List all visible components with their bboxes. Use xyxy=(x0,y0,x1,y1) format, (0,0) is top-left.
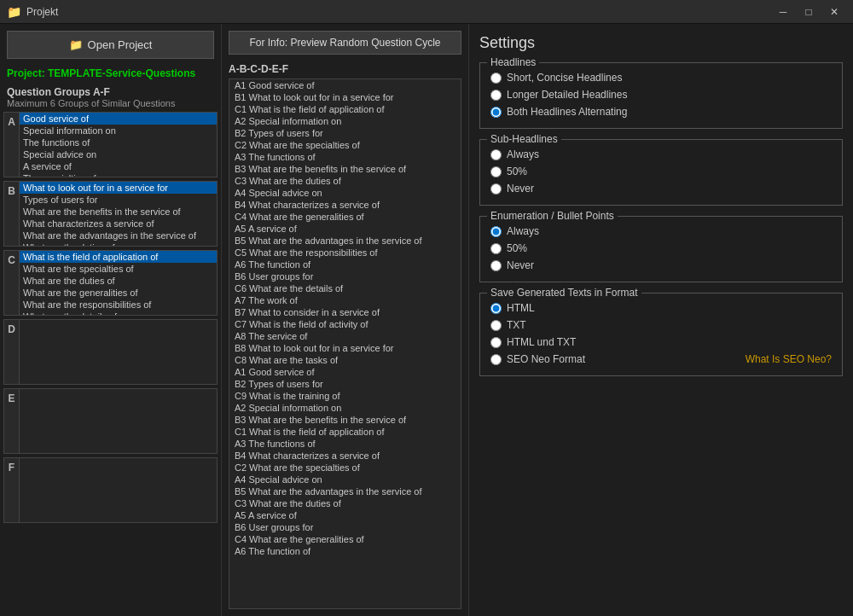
list-item[interactable]: What are the generalities of xyxy=(20,287,217,299)
list-item[interactable]: Good service of xyxy=(20,113,217,125)
radio-option-sf3[interactable]: HTML und TXT xyxy=(490,336,832,348)
list-item[interactable]: The functions of xyxy=(20,137,217,148)
list-item[interactable]: What are the duties of xyxy=(20,275,217,287)
list-item[interactable]: B7 What to consider in a service of xyxy=(229,306,461,318)
list-item[interactable]: A6 The function of xyxy=(229,259,461,270)
list-item[interactable]: C1 What is the field of application of xyxy=(229,103,461,115)
radio-option-sh2[interactable]: 50% xyxy=(490,166,832,177)
radio-option-sf1[interactable]: HTML xyxy=(490,302,832,314)
radio-input-en2[interactable] xyxy=(490,243,502,254)
radio-input-sf4[interactable] xyxy=(490,354,502,365)
radio-option-en1[interactable]: Always xyxy=(490,225,832,237)
group-list-b[interactable]: What to look out for in a service forTyp… xyxy=(20,182,217,246)
radio-input-hl1[interactable] xyxy=(490,73,502,84)
list-item[interactable]: B6 User groups for xyxy=(229,270,461,282)
radio-input-hl2[interactable] xyxy=(490,90,502,101)
group-list-a[interactable]: Good service ofSpecial information onThe… xyxy=(20,113,217,177)
group-list-f[interactable] xyxy=(20,458,217,522)
list-item[interactable]: Types of users for xyxy=(20,194,217,206)
radio-option-hl3[interactable]: Both Headlines Alternating xyxy=(490,106,832,118)
radio-option-sf4[interactable]: SEO Neo FormatWhat Is SEO Neo? xyxy=(490,353,832,365)
list-item[interactable]: A8 The service of xyxy=(229,330,461,342)
radio-option-hl1[interactable]: Short, Concise Headlines xyxy=(490,72,832,84)
list-item[interactable]: C8 What are the tasks of xyxy=(229,354,461,366)
maximize-button[interactable]: □ xyxy=(797,3,821,20)
group-block-c: CWhat is the field of application ofWhat… xyxy=(3,250,218,316)
list-item[interactable]: A4 Special advice on xyxy=(229,187,461,199)
list-item[interactable]: B5 What are the advantages in the servic… xyxy=(229,235,461,247)
list-item[interactable]: What are the details of xyxy=(20,311,217,315)
list-item[interactable]: A2 Special information on xyxy=(229,402,461,414)
list-item[interactable]: B4 What characterizes a service of xyxy=(229,450,461,462)
list-item[interactable]: A3 The functions of xyxy=(229,438,461,450)
list-item[interactable]: A service of xyxy=(20,160,217,172)
preview-button[interactable]: For Info: Preview Random Question Cycle xyxy=(229,31,461,55)
list-item[interactable]: C6 What are the details of xyxy=(229,282,461,294)
list-item[interactable]: Special information on xyxy=(20,125,217,137)
radio-input-sh3[interactable] xyxy=(490,183,502,195)
what-is-seoneo-link[interactable]: What Is SEO Neo? xyxy=(746,353,832,365)
radio-input-sf1[interactable] xyxy=(490,303,502,314)
list-item[interactable]: C3 What are the duties of xyxy=(229,497,461,509)
list-item[interactable]: Special advice on xyxy=(20,148,217,160)
list-item[interactable]: A3 The functions of xyxy=(229,151,461,163)
radio-option-sf2[interactable]: TXT xyxy=(490,319,832,331)
list-item[interactable]: B6 User groups for xyxy=(229,521,461,533)
app-body: 📁 Open Project Project: TEMPLATE-Service… xyxy=(0,24,853,616)
list-item[interactable]: C7 What is the field of activity of xyxy=(229,318,461,330)
list-item[interactable]: C3 What are the duties of xyxy=(229,175,461,187)
list-item[interactable]: A4 Special advice on xyxy=(229,474,461,485)
list-item[interactable]: A2 Special information on xyxy=(229,115,461,127)
list-item[interactable]: B3 What are the benefits in the service … xyxy=(229,163,461,175)
radio-option-en3[interactable]: Never xyxy=(490,259,832,271)
list-item[interactable]: The specialties of xyxy=(20,172,217,177)
list-item[interactable]: B2 Types of users for xyxy=(229,127,461,139)
minimize-button[interactable]: ─ xyxy=(771,3,795,20)
radio-input-sf2[interactable] xyxy=(490,320,502,331)
list-item[interactable]: What to look out for in a service for xyxy=(20,182,217,194)
list-item[interactable]: C2 What are the specialties of xyxy=(229,139,461,151)
list-item[interactable]: What is the field of application of xyxy=(20,251,217,263)
radio-input-en1[interactable] xyxy=(490,226,502,237)
list-item[interactable]: What are the advantages in the service o… xyxy=(20,230,217,241)
list-item[interactable]: C5 What are the responsibilities of xyxy=(229,247,461,259)
list-item[interactable]: A5 A service of xyxy=(229,223,461,235)
radio-option-sh3[interactable]: Never xyxy=(490,183,832,195)
list-item[interactable]: What are the duties of xyxy=(20,241,217,246)
list-item[interactable]: A7 The work of xyxy=(229,294,461,306)
radio-option-en2[interactable]: 50% xyxy=(490,242,832,254)
list-item[interactable]: What characterizes a service of xyxy=(20,218,217,230)
radio-input-sh2[interactable] xyxy=(490,166,502,177)
list-item[interactable]: A5 A service of xyxy=(229,509,461,521)
radio-input-sf3[interactable] xyxy=(490,337,502,348)
list-item[interactable]: C4 What are the generalities of xyxy=(229,211,461,223)
radio-input-en3[interactable] xyxy=(490,260,502,271)
list-item[interactable]: B8 What to look out for in a service for xyxy=(229,342,461,354)
group-list-d[interactable] xyxy=(20,320,217,384)
list-item[interactable]: A1 Good service of xyxy=(229,366,461,378)
radio-option-hl2[interactable]: Longer Detailed Headlines xyxy=(490,89,832,101)
list-item[interactable]: What are the specialties of xyxy=(20,263,217,275)
list-item[interactable]: What are the responsibilities of xyxy=(20,299,217,311)
list-item[interactable]: B5 What are the advantages in the servic… xyxy=(229,485,461,497)
group-list-e[interactable] xyxy=(20,389,217,453)
close-button[interactable]: ✕ xyxy=(822,3,846,20)
list-item[interactable]: B4 What characterizes a service of xyxy=(229,199,461,211)
list-item[interactable]: C9 What is the training of xyxy=(229,390,461,402)
radio-input-sh1[interactable] xyxy=(490,149,502,160)
group-list-c[interactable]: What is the field of application ofWhat … xyxy=(20,251,217,315)
open-project-button[interactable]: 📁 Open Project xyxy=(7,31,214,59)
list-item[interactable]: A1 Good service of xyxy=(229,79,461,91)
group-label-e: E xyxy=(4,389,20,453)
list-item[interactable]: What are the benefits in the service of xyxy=(20,206,217,218)
list-item[interactable]: B1 What to look out for in a service for xyxy=(229,91,461,103)
main-list[interactable]: A1 Good service ofB1 What to look out fo… xyxy=(229,78,461,609)
radio-input-hl3[interactable] xyxy=(490,107,502,118)
list-item[interactable]: B2 Types of users for xyxy=(229,378,461,390)
radio-option-sh1[interactable]: Always xyxy=(490,148,832,160)
list-item[interactable]: C1 What is the field of application of xyxy=(229,426,461,438)
list-item[interactable]: C4 What are the generalities of xyxy=(229,533,461,545)
list-item[interactable]: B3 What are the benefits in the service … xyxy=(229,414,461,426)
list-item[interactable]: C2 What are the specialties of xyxy=(229,462,461,474)
list-item[interactable]: A6 The function of xyxy=(229,545,461,557)
